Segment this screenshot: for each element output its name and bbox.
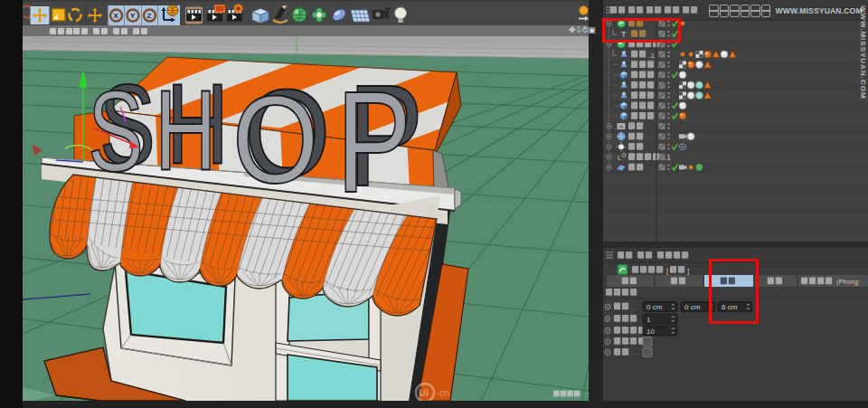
svg-text:. . .: . . .	[631, 349, 640, 356]
svg-text:-cn: -cn	[437, 388, 449, 398]
svg-text:P: P	[336, 61, 411, 222]
svg-text:0 cm: 0 cm	[684, 303, 701, 311]
svg-text:Z: Z	[147, 12, 152, 20]
svg-text:L: L	[618, 154, 622, 162]
svg-text:(Phong: (Phong	[836, 278, 858, 286]
svg-text:1: 1	[646, 316, 651, 324]
svg-text:O: O	[232, 70, 319, 209]
svg-text:Y: Y	[130, 12, 136, 20]
svg-text:]: ]	[687, 267, 689, 275]
svg-text:10: 10	[646, 327, 655, 336]
svg-text:.1: .1	[648, 52, 655, 60]
svg-text:S: S	[88, 67, 144, 196]
svg-text:Ui: Ui	[419, 387, 429, 398]
svg-text:. . .: . . .	[631, 304, 640, 310]
svg-text:H: H	[155, 65, 217, 195]
svg-text:0 cm: 0 cm	[646, 303, 663, 311]
svg-text:.: .	[639, 316, 641, 322]
svg-text:X: X	[114, 12, 119, 20]
